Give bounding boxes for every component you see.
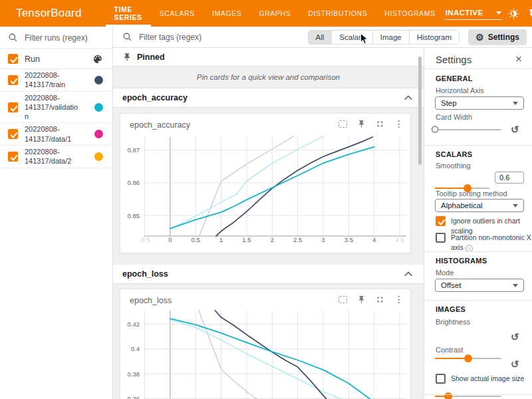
run-row-validation[interactable]: 20220808-141317/validation: [0, 92, 112, 124]
brightness-slider[interactable]: [435, 353, 501, 364]
run-checkbox[interactable]: [8, 75, 18, 85]
slider-track: [435, 129, 501, 130]
run-row-data-2[interactable]: 20220808-141317/data/2: [0, 146, 112, 168]
mouse-cursor: [360, 33, 370, 45]
run-checkbox[interactable]: [8, 102, 18, 112]
search-icon: [8, 33, 18, 43]
run-checkbox[interactable]: [8, 152, 18, 162]
tooltip-sorting-value: Alphabetical: [441, 201, 483, 209]
refresh-icon: ↻: [529, 8, 532, 19]
more-options-button[interactable]: ⋮: [394, 119, 404, 128]
pinned-title: Pinned: [137, 53, 165, 62]
brightness-icon: [508, 8, 519, 19]
refresh-button[interactable]: ↻: [525, 5, 532, 22]
run-row-train[interactable]: 20220808-141317/train: [0, 69, 112, 92]
tab-scalars[interactable]: SCALARS: [151, 0, 203, 27]
reload-status-select[interactable]: INACTIVE: [444, 7, 503, 20]
epoch-accuracy-chart[interactable]: -0.54.500.511.522.533.540.850.860.87: [120, 114, 412, 254]
svg-text:3.5: 3.5: [344, 236, 353, 243]
epoch-loss-card-area: 00.511.522.533.540.360.380.40.42 epoch_l…: [113, 284, 424, 399]
general-heading: GENERAL: [436, 74, 473, 82]
pin-icon: [357, 295, 366, 304]
filter-tags-input[interactable]: [139, 33, 272, 42]
tab-distributions[interactable]: DISTRIBUTIONS: [299, 0, 376, 27]
close-icon: ×: [515, 53, 522, 65]
kebab-menu-icon: ⋮: [394, 119, 404, 128]
histogram-mode-select[interactable]: Offset: [435, 279, 524, 292]
pin-card-button[interactable]: [357, 120, 366, 128]
run-color-dot: [94, 76, 103, 84]
section-header-epoch-accuracy[interactable]: epoch_accuracy: [113, 88, 424, 108]
card-actions: ⋮: [329, 119, 404, 128]
chevron-up-icon[interactable]: [404, 271, 413, 277]
section-header-epoch-loss[interactable]: epoch_loss: [113, 265, 424, 284]
chevron-up-icon[interactable]: [404, 94, 413, 101]
tab-images[interactable]: IMAGES: [203, 0, 250, 27]
gear-icon: ⚙: [475, 32, 484, 43]
filter-chip-all[interactable]: All: [309, 31, 332, 44]
ignore-outliers-checkbox[interactable]: [436, 216, 446, 226]
brightness-reset-button[interactable]: ↺: [511, 331, 519, 343]
svg-text:-0.5: -0.5: [139, 236, 150, 243]
main-scrollbar[interactable]: [418, 57, 422, 165]
fit-domain-icon: [338, 296, 347, 303]
slider-fill: [435, 358, 468, 359]
palette-icon[interactable]: [92, 54, 103, 65]
close-settings-button[interactable]: ×: [515, 53, 522, 65]
run-row-data-1[interactable]: 20220808-141317/data/1: [0, 123, 112, 146]
horizontal-axis-select[interactable]: Step: [435, 96, 524, 110]
smoothing-label: Smoothing: [436, 162, 471, 170]
card-width-slider[interactable]: [435, 124, 501, 135]
more-options-button[interactable]: ⋮: [394, 295, 404, 304]
show-actual-size-row[interactable]: Show actual image size: [436, 374, 529, 384]
select-all-runs-checkbox[interactable]: [8, 54, 18, 64]
svg-text:4.5: 4.5: [395, 236, 404, 243]
contrast-slider[interactable]: [435, 391, 501, 399]
slider-knob[interactable]: [444, 392, 452, 399]
card-title: epoch_accuracy: [130, 120, 190, 130]
tab-graphs[interactable]: GRAPHS: [250, 0, 299, 27]
pin-icon: [122, 53, 132, 62]
histogram-mode-value: Offset: [441, 281, 461, 289]
tooltip-sorting-select[interactable]: Alphabetical: [435, 199, 524, 212]
fit-to-domain-button[interactable]: [338, 296, 347, 303]
filter-runs-input[interactable]: [25, 33, 104, 43]
run-checkbox[interactable]: [8, 129, 18, 139]
contrast-reset-button[interactable]: ↺: [511, 358, 519, 370]
smoothing-value-input[interactable]: 0.6: [495, 172, 524, 184]
fullscreen-button[interactable]: [376, 295, 384, 304]
app-header: TensorBoard TIME SERIES SCALARS IMAGES G…: [0, 0, 532, 27]
tab-time-series[interactable]: TIME SERIES: [106, 0, 151, 27]
svg-text:0.5: 0.5: [192, 236, 200, 243]
settings-button[interactable]: ⚙ Settings: [468, 29, 527, 45]
slider-knob[interactable]: [464, 354, 472, 362]
settings-panel: Settings × GENERAL Horizontal Axis Step …: [424, 48, 532, 399]
mode-label: Mode: [436, 269, 454, 277]
divider: [424, 394, 532, 395]
reset-icon: ↺: [511, 124, 519, 135]
svg-text:0.36: 0.36: [128, 395, 140, 399]
show-actual-size-checkbox[interactable]: [436, 374, 446, 384]
pinned-section-header: Pinned: [113, 48, 424, 66]
fit-domain-icon: [338, 120, 347, 128]
card-title: epoch_loss: [130, 296, 172, 305]
filter-chip-image[interactable]: Image: [372, 31, 409, 44]
filter-chip-histogram[interactable]: Histogram: [409, 31, 459, 44]
svg-text:2: 2: [271, 236, 274, 243]
partition-x-axis-row[interactable]: Partition non-monotonic X axis?: [436, 233, 532, 253]
section-label: epoch_loss: [122, 269, 168, 279]
runs-filter: [0, 27, 112, 49]
epoch-loss-chart[interactable]: 00.511.522.533.540.360.380.40.42: [120, 289, 412, 399]
tab-histograms[interactable]: HISTOGRAMS: [376, 0, 444, 27]
svg-text:3: 3: [321, 236, 325, 243]
partition-x-axis-checkbox[interactable]: [436, 233, 446, 243]
chevron-down-icon: [513, 204, 518, 207]
fit-to-domain-button[interactable]: [338, 120, 347, 128]
slider-knob[interactable]: [432, 126, 439, 133]
histograms-heading: HISTOGRAMS: [436, 257, 487, 265]
fullscreen-button[interactable]: [376, 120, 384, 128]
theme-toggle-button[interactable]: [505, 5, 523, 22]
pin-card-button[interactable]: [357, 295, 366, 304]
run-name: 20220808-141317/data/2: [25, 147, 82, 166]
card-width-reset-button[interactable]: ↺: [511, 124, 519, 136]
